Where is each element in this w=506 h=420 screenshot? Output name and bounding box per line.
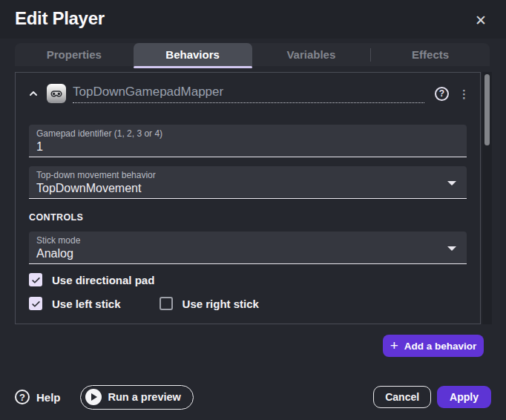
add-behavior-label: Add a behavior (404, 341, 477, 352)
left-stick-label[interactable]: Use left stick (52, 298, 121, 310)
chevron-down-icon (447, 181, 456, 186)
dialog-titlebar: Edit Player ✕ (0, 0, 506, 39)
run-preview-button[interactable]: Run a preview (80, 385, 194, 410)
dialog-footer: ? Help Run a preview Cancel Apply (0, 374, 506, 420)
add-behavior-button[interactable]: + Add a behavior (383, 335, 484, 357)
right-stick-label[interactable]: Use right stick (183, 298, 259, 310)
gamepad-identifier-label: Gamepad identifier (1, 2, 3 or 4) (36, 128, 459, 139)
help-label: Help (36, 391, 61, 404)
stick-mode-value: Analog (36, 247, 459, 260)
controls-section-header: CONTROLS (29, 212, 83, 223)
directional-pad-label[interactable]: Use directional pad (52, 274, 154, 286)
plus-icon: + (390, 338, 398, 352)
help-button[interactable]: ? Help (15, 390, 61, 404)
play-icon (85, 389, 102, 405)
tab-variables[interactable]: Variables (252, 43, 371, 66)
tab-behaviors[interactable]: Behaviors (134, 43, 252, 66)
tab-bar: Properties Behaviors Variables Effects (15, 43, 490, 66)
left-stick-checkbox[interactable] (29, 297, 42, 310)
behaviors-scroll-area: TopDownGamepadMapper ? ⋮ Gamepad identif… (15, 72, 481, 324)
movement-behavior-label: Top-down movement behavior (36, 170, 459, 180)
behavior-menu-icon[interactable]: ⋮ (459, 88, 470, 99)
run-preview-label: Run a preview (108, 391, 181, 403)
directional-pad-checkbox[interactable] (29, 273, 42, 286)
tab-properties[interactable]: Properties (15, 43, 134, 66)
movement-behavior-select[interactable]: Top-down movement behavior TopDownMoveme… (29, 166, 467, 199)
directional-pad-row: Use directional pad (29, 273, 154, 286)
close-icon[interactable]: ✕ (472, 12, 490, 30)
apply-button[interactable]: Apply (437, 386, 491, 408)
scrollbar-thumb[interactable] (484, 74, 490, 145)
chevron-down-icon (447, 246, 456, 251)
right-stick-checkbox[interactable] (160, 297, 173, 310)
stick-mode-select[interactable]: Stick mode Analog (29, 232, 467, 264)
behavior-name-field[interactable]: TopDownGamepadMapper (73, 85, 424, 103)
stick-mode-label: Stick mode (36, 235, 459, 246)
behavior-help-icon[interactable]: ? (435, 87, 449, 101)
gamepad-identifier-field[interactable]: Gamepad identifier (1, 2, 3 or 4) 1 (29, 125, 467, 157)
gamepad-identifier-value: 1 (36, 140, 459, 154)
movement-behavior-value: TopDownMovement (36, 182, 459, 195)
gamepad-icon (47, 84, 66, 103)
sticks-row: Use left stick Use right stick (29, 297, 259, 310)
tab-effects[interactable]: Effects (371, 43, 490, 66)
help-icon: ? (15, 390, 30, 404)
cancel-button[interactable]: Cancel (373, 386, 431, 408)
page-title: Edit Player (15, 8, 105, 29)
chevron-up-icon[interactable] (26, 86, 41, 101)
behavior-header: TopDownGamepadMapper ? ⋮ (26, 83, 471, 104)
